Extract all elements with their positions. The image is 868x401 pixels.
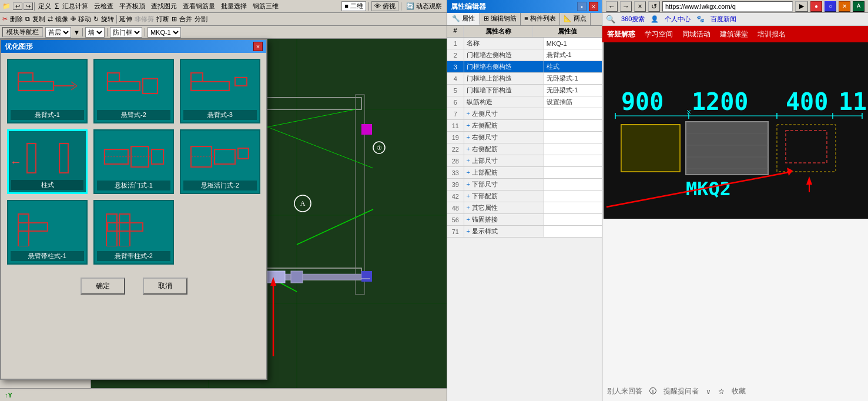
expand-icon[interactable]: + [467,110,472,117]
browser-icon-3[interactable]: ✕ [839,1,850,12]
split-btn[interactable]: 分割 [195,15,207,24]
row-value[interactable]: 无卧梁式-1 [544,73,602,85]
expand-icon[interactable]: + [467,122,472,129]
nav-360search[interactable]: 360搜索 [621,15,645,24]
cancel-btn[interactable]: 取消 [143,278,187,295]
dialog-close-btn[interactable]: × [253,42,263,51]
batch-select-menu[interactable]: 批量选择 [219,2,249,11]
row-value[interactable] [544,143,602,155]
delete-btn[interactable]: 删除 [10,15,23,24]
browser-go-btn[interactable]: ▶ [795,1,808,12]
props-table-row[interactable]: 48+ 其它属性 [447,202,602,214]
props-close-btn[interactable]: × [589,2,598,11]
props-table-row[interactable]: 4门框墙上部构造无卧梁式-1 [447,73,602,85]
shape-item-5[interactable]: 悬板活门式-1 [93,129,174,194]
dynamic-observe-btn[interactable]: 🔄 动态观察 [404,2,444,11]
row-value[interactable] [544,132,602,143]
confirm-btn[interactable]: 确定 [81,278,125,295]
expand-icon[interactable]: + [467,169,472,176]
tab-edit-rebar[interactable]: ⊞ 编辑钢筋 [480,13,521,25]
nav-training[interactable]: 培训报名 [758,29,786,39]
expand-icon[interactable]: + [467,192,472,199]
browser-stop-btn[interactable]: × [634,1,646,12]
nav-course[interactable]: 建筑课堂 [720,29,748,39]
shape-item-1[interactable]: 悬臂式-1 [7,59,88,123]
props-table-row[interactable]: 71+ 显示样式 [447,226,602,238]
rebar-3d-menu[interactable]: 钢筋三维 [250,2,281,11]
row-value[interactable] [544,191,602,202]
move-btn[interactable]: 移动 [78,15,91,24]
floor-select[interactable]: 首层 [45,27,71,38]
nav-local[interactable]: 同城活动 [682,29,711,39]
redo-btn[interactable]: ↪ [24,2,33,10]
props-table-row[interactable]: 28+ 上部尺寸 [447,155,602,167]
row-value[interactable] [544,120,602,132]
door-frame-select[interactable]: 防门框 [110,27,142,38]
shape-item-7[interactable]: 悬臂带柱式-1 [7,200,88,265]
row-value[interactable]: 柱式 [544,61,602,73]
tab-component-list[interactable]: ≡ 构件列表 [521,13,559,25]
trim-btn[interactable]: 非修剪 [135,15,154,24]
expand-icon[interactable]: + [467,216,472,223]
browser-icon-2[interactable]: ○ [825,1,836,12]
row-value[interactable] [544,179,602,191]
row-value[interactable]: 设置插筋 [544,96,602,108]
shape-item-8[interactable]: 悬臂带柱式-2 [93,200,174,265]
browser-refresh-btn[interactable]: ↺ [648,1,660,12]
props-table-row[interactable]: 42+ 下部配筋 [447,191,602,202]
nav-qa[interactable]: 答疑解惑 [607,29,635,39]
props-pin-btn[interactable]: ▪ [577,2,587,11]
copy-btn[interactable]: 复制 [32,15,45,24]
props-table-container[interactable]: 1名称MKQ-12门框墙左侧构造悬臂式-13门框墙右侧构造柱式4门框墙上部构造无… [447,38,602,401]
break-btn[interactable]: 打断 [156,15,169,24]
cloud-check-menu[interactable]: 云检查 [92,2,116,11]
nav-study[interactable]: 学习空间 [645,29,673,39]
extend-btn[interactable]: 延伸 [119,15,132,24]
props-table-row[interactable]: 39+ 下部尺寸 [447,179,602,191]
mkq-select[interactable]: MKQ-1 [148,27,181,38]
props-table-row[interactable]: 56+ 锚固搭接 [447,214,602,226]
row-value[interactable] [544,108,602,120]
props-table-row[interactable]: 3门框墙右侧构造柱式 [447,61,602,73]
answer-action-remind-dropdown[interactable]: ∨ [706,387,711,396]
mirror-btn[interactable]: 镜像 [55,15,68,24]
browser-forward-btn[interactable]: → [620,1,632,12]
answer-action-collect[interactable]: 收藏 [732,386,746,396]
sum-calc-menu[interactable]: 汇总计算 [60,2,91,11]
expand-icon[interactable]: + [467,157,472,164]
props-table-row[interactable]: 2门框墙左侧构造悬臂式-1 [447,49,602,61]
row-value[interactable]: MKQ-1 [544,38,602,49]
props-table-row[interactable]: 11+ 左侧配筋 [447,120,602,132]
tab-properties[interactable]: 🔧 属性 [447,13,480,25]
answer-action-reply[interactable]: 别人来回答 [607,386,642,396]
props-table-row[interactable]: 6纵筋构造设置插筋 [447,96,602,108]
view-top-btn[interactable]: 👁 俯视 [371,1,398,11]
row-value[interactable] [544,214,602,226]
row-value[interactable] [544,155,602,167]
expand-icon[interactable]: + [467,133,472,141]
browser-icon-4[interactable]: A [853,1,864,12]
find-element-menu[interactable]: 查找图元 [149,2,179,11]
expand-icon[interactable]: + [467,181,472,188]
props-table-row[interactable]: 1名称MKQ-1 [447,38,602,49]
shape-item-2[interactable]: 悬臂式-2 [93,59,174,123]
browser-icon-1[interactable]: ● [810,1,822,12]
join-btn[interactable]: 合并 [179,15,192,24]
expand-icon[interactable]: + [467,204,472,211]
row-value[interactable]: 悬臂式-1 [544,49,602,61]
shape-item-6[interactable]: 悬板活门式-2 [180,129,260,194]
component-select[interactable]: 墙 [85,27,105,38]
props-table-row[interactable]: 5门框墙下部构造无卧梁式-1 [447,85,602,96]
props-table-row[interactable]: 19+ 右侧尺寸 [447,132,602,143]
browser-back-btn[interactable]: ← [606,1,618,12]
align-board-menu[interactable]: 平齐板顶 [117,2,148,11]
row-value[interactable] [544,167,602,179]
answer-action-remind[interactable]: 提醒提问者 [663,386,699,396]
row-value[interactable] [544,226,602,238]
row-value[interactable] [544,202,602,214]
view-2d-btn[interactable]: ■ 二维 [341,1,366,11]
browser-url-input[interactable] [662,1,793,12]
shape-item-3[interactable]: 悬臂式-3 [180,59,260,123]
view-rebar-menu[interactable]: 查看钢筋量 [180,2,217,11]
expand-icon[interactable]: + [467,145,472,152]
